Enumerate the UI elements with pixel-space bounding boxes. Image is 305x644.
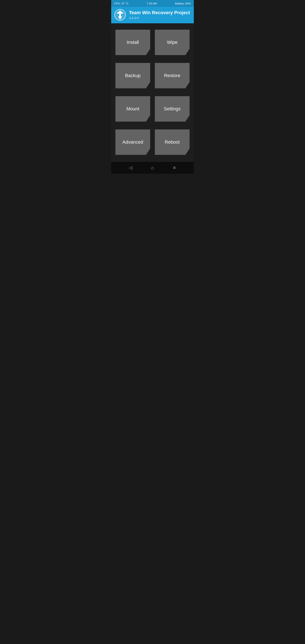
backup-button[interactable]: Backup	[116, 63, 150, 88]
main-content: Install Wipe Backup Restore Mount Settin…	[111, 23, 194, 162]
mount-button[interactable]: Mount	[116, 96, 150, 122]
reboot-button[interactable]: Reboot	[155, 130, 190, 155]
app-title: Team Win Recovery Project	[129, 10, 190, 16]
cpu-status: CPU: 37 °C	[114, 2, 128, 5]
status-bar: CPU: 37 °C 7:33 AM Battery: 84%	[111, 0, 194, 7]
install-button[interactable]: Install	[116, 30, 150, 55]
advanced-button[interactable]: Advanced	[116, 130, 150, 155]
settings-button[interactable]: Settings	[155, 96, 190, 122]
app-version: 3.4.0-0	[129, 16, 190, 20]
restore-button[interactable]: Restore	[155, 63, 190, 88]
app-header: Team Win Recovery Project 3.4.0-0	[111, 7, 194, 23]
home-nav-icon[interactable]: ⌂	[148, 163, 157, 172]
menu-nav-icon[interactable]: ≡	[170, 163, 179, 172]
back-nav-icon[interactable]: ◁	[126, 163, 135, 172]
wipe-button[interactable]: Wipe	[155, 30, 190, 55]
app-title-block: Team Win Recovery Project 3.4.0-0	[129, 10, 190, 20]
nav-bar: ◁ ⌂ ≡	[111, 162, 194, 174]
app-logo-icon	[114, 9, 126, 21]
time-status: 7:33 AM	[147, 2, 157, 5]
battery-status: Battery: 84%	[175, 2, 191, 5]
buttons-grid: Install Wipe Backup Restore Mount Settin…	[116, 30, 190, 158]
